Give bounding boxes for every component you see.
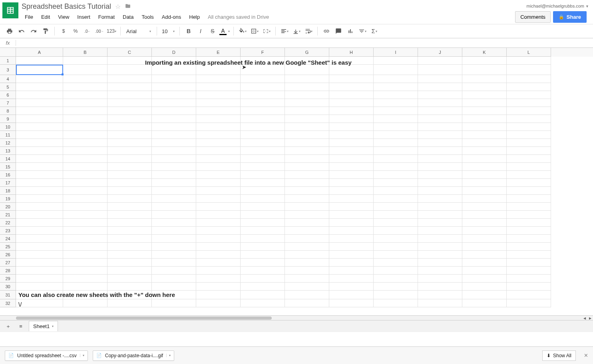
cell-C21[interactable] — [107, 211, 152, 219]
cell-J9[interactable] — [418, 115, 462, 123]
cell-G8[interactable] — [285, 107, 329, 115]
cell-L32[interactable] — [507, 299, 551, 307]
row-header-10[interactable]: 10 — [0, 123, 16, 131]
cell-K29[interactable] — [462, 275, 507, 283]
cell-J15[interactable] — [418, 163, 462, 171]
cell-H7[interactable] — [329, 99, 374, 107]
cell-D20[interactable] — [152, 203, 196, 211]
cell-L22[interactable] — [507, 219, 551, 227]
cell-H19[interactable] — [329, 195, 374, 203]
cell-L10[interactable] — [507, 123, 551, 131]
cell-L30[interactable] — [507, 283, 551, 291]
cell-A8[interactable] — [16, 107, 63, 115]
cell-A17[interactable] — [16, 179, 63, 187]
strikethrough-button[interactable]: S — [207, 26, 218, 37]
cell-K3[interactable] — [462, 65, 507, 75]
cell-H29[interactable] — [329, 275, 374, 283]
cell-K20[interactable] — [462, 203, 507, 211]
decrease-decimal-button[interactable]: .0← — [82, 26, 93, 37]
cell-H5[interactable] — [329, 83, 374, 91]
cell-E27[interactable] — [196, 259, 241, 267]
cell-D23[interactable] — [152, 227, 196, 235]
cell-H6[interactable] — [329, 91, 374, 99]
cell-J12[interactable] — [418, 139, 462, 147]
filter-icon[interactable]: ▾ — [357, 26, 368, 37]
cell-G17[interactable] — [285, 179, 329, 187]
row-header-22[interactable]: 22 — [0, 219, 16, 227]
cell-K27[interactable] — [462, 259, 507, 267]
cell-B21[interactable] — [63, 211, 107, 219]
cell-D24[interactable] — [152, 235, 196, 243]
cell-D11[interactable] — [152, 131, 196, 139]
cell-J29[interactable] — [418, 275, 462, 283]
cell-G7[interactable] — [285, 99, 329, 107]
cell-F8[interactable] — [241, 107, 285, 115]
col-header-i[interactable]: I — [374, 48, 418, 57]
cell-I12[interactable] — [374, 139, 418, 147]
cell-G32[interactable] — [285, 299, 329, 307]
doc-title[interactable]: Spreadsheet Basics Tutorial — [22, 2, 111, 11]
cell-B20[interactable] — [63, 203, 107, 211]
cell-K6[interactable] — [462, 91, 507, 99]
cell-L7[interactable] — [507, 99, 551, 107]
cell-L8[interactable] — [507, 107, 551, 115]
cell-C29[interactable] — [107, 275, 152, 283]
cell-I31[interactable] — [374, 291, 418, 299]
row-header-17[interactable]: 17 — [0, 179, 16, 187]
cell-C7[interactable] — [107, 99, 152, 107]
cell-E30[interactable] — [196, 283, 241, 291]
cell-J31[interactable] — [418, 291, 462, 299]
cell-J1[interactable] — [418, 57, 462, 65]
menu-view[interactable]: View — [55, 12, 72, 22]
cell-A32[interactable] — [16, 299, 63, 307]
cell-C24[interactable] — [107, 235, 152, 243]
row-header-6[interactable]: 6 — [0, 91, 16, 99]
sheets-logo[interactable] — [2, 2, 18, 18]
cell-L3[interactable] — [507, 65, 551, 75]
cell-D19[interactable] — [152, 195, 196, 203]
cell-D32[interactable] — [152, 299, 196, 307]
cell-A20[interactable] — [16, 203, 63, 211]
col-header-j[interactable]: J — [418, 48, 462, 57]
cell-I14[interactable] — [374, 155, 418, 163]
cell-K13[interactable] — [462, 147, 507, 155]
cell-K31[interactable] — [462, 291, 507, 299]
cell-H16[interactable] — [329, 171, 374, 179]
cell-L16[interactable] — [507, 171, 551, 179]
cell-E20[interactable] — [196, 203, 241, 211]
row-header-18[interactable]: 18 — [0, 187, 16, 195]
cell-K11[interactable] — [462, 131, 507, 139]
cell-A15[interactable] — [16, 163, 63, 171]
cell-F31[interactable] — [241, 291, 285, 299]
row-header-3[interactable]: 3 — [0, 65, 16, 75]
cell-H20[interactable] — [329, 203, 374, 211]
cell-F15[interactable] — [241, 163, 285, 171]
cell-L29[interactable] — [507, 275, 551, 283]
cell-C8[interactable] — [107, 107, 152, 115]
cell-E8[interactable] — [196, 107, 241, 115]
cell-B28[interactable] — [63, 267, 107, 275]
cell-H21[interactable] — [329, 211, 374, 219]
cell-F25[interactable] — [241, 243, 285, 251]
cell-H17[interactable] — [329, 179, 374, 187]
row-header-27[interactable]: 27 — [0, 259, 16, 267]
cell-I17[interactable] — [374, 179, 418, 187]
cell-D8[interactable] — [152, 107, 196, 115]
scrollbar-thumb[interactable] — [16, 317, 272, 320]
cell-B11[interactable] — [63, 131, 107, 139]
functions-icon[interactable]: Σ▾ — [369, 26, 380, 37]
cell-I20[interactable] — [374, 203, 418, 211]
user-dropdown-icon[interactable]: ▼ — [585, 4, 589, 8]
cell-I30[interactable] — [374, 283, 418, 291]
cell-D17[interactable] — [152, 179, 196, 187]
menu-file[interactable]: File — [22, 12, 36, 22]
cell-G19[interactable] — [285, 195, 329, 203]
cell-C4[interactable] — [107, 75, 152, 83]
cell-F22[interactable] — [241, 219, 285, 227]
cell-G31[interactable] — [285, 291, 329, 299]
row-header-15[interactable]: 15 — [0, 163, 16, 171]
cell-K17[interactable] — [462, 179, 507, 187]
cell-F9[interactable] — [241, 115, 285, 123]
cell-L26[interactable] — [507, 251, 551, 259]
cell-E29[interactable] — [196, 275, 241, 283]
